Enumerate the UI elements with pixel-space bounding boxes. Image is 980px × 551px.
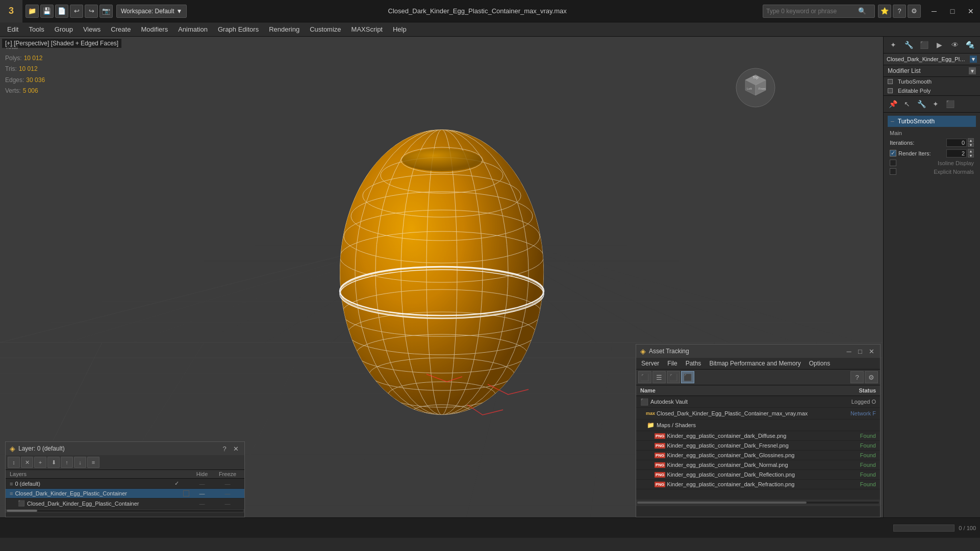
layer-subrow-container[interactable]: ⬛ Closed_Dark_Kinder_Egg_Plastic_Contain… (6, 498, 244, 509)
asset-menu-bitmap[interactable]: Bitmap Performance and Memory (706, 359, 803, 368)
glossines-name: Kinder_egg_plastic_container_Dark_Glossi… (667, 452, 835, 458)
rp-hierarchy-icon[interactable]: ⬛ (918, 39, 930, 51)
asset-btn4[interactable]: ⬛ (681, 371, 694, 383)
asset-scrollbar[interactable] (636, 500, 880, 506)
isoline-checkbox[interactable] (890, 160, 896, 166)
ts-collapse-icon[interactable]: – (891, 118, 894, 125)
asset-status-col-header: Status (835, 387, 876, 393)
layer-add-btn[interactable]: + (34, 457, 46, 468)
render-iters-input[interactable] (946, 149, 967, 158)
menu-animation[interactable]: Animation (173, 23, 213, 35)
pin-icon[interactable]: ⭐ (878, 5, 891, 18)
iterations-input[interactable] (946, 139, 967, 147)
iterations-up[interactable]: ▲ (968, 138, 974, 142)
menu-help[interactable]: Help (388, 23, 412, 35)
asset-btn1[interactable]: ⬛ (638, 371, 651, 383)
asset-maximize-btn[interactable]: □ (856, 347, 865, 356)
object-dropdown-icon[interactable]: ▼ (970, 56, 977, 63)
render-iters-down[interactable]: ▼ (968, 153, 974, 158)
asset-menu-options[interactable]: Options (806, 359, 833, 368)
asset-row-maxfile[interactable]: max Closed_Dark_Kinder_Egg_Plastic_Conta… (636, 408, 880, 419)
menu-group[interactable]: Group (49, 23, 78, 35)
rp-motion-icon[interactable]: ▶ (934, 39, 946, 51)
layer-row-default[interactable]: ≡ 0 (default) ✓ — — (6, 479, 244, 489)
layer-delete-btn[interactable]: ✕ (21, 457, 33, 468)
asset-help-btn[interactable]: ? (850, 371, 864, 383)
asset-menu-paths[interactable]: Paths (683, 359, 705, 368)
rp-move-icon[interactable]: ✦ (929, 98, 942, 110)
rp-create-icon[interactable]: ✦ (887, 39, 899, 51)
verts-value: 5 006 (23, 87, 38, 94)
viewport-cube[interactable]: Top Left Front (735, 67, 776, 108)
menu-graph-editors[interactable]: Graph Editors (213, 23, 264, 35)
asset-row-refraction[interactable]: PNG Kinder_egg_plastic_container_dark_Re… (636, 480, 880, 489)
layer-list-btn[interactable]: ≡ (87, 457, 99, 468)
layer-row-container[interactable]: ≡ Closed_Dark_Kinder_Egg_Plastic_Contain… (6, 489, 244, 498)
search-input[interactable] (766, 8, 858, 15)
asset-scrollbar-thumb[interactable] (637, 502, 807, 504)
time-slider[interactable] (893, 524, 954, 532)
search-box[interactable]: 🔍 (763, 5, 875, 18)
rp-cursor-icon[interactable]: ↖ (901, 98, 913, 110)
menu-bar: Edit Tools Group Views Create Modifiers … (0, 22, 980, 37)
iterations-down[interactable]: ▼ (968, 143, 974, 147)
file-new-btn[interactable]: 📄 (55, 5, 68, 18)
asset-row-glossines[interactable]: PNG Kinder_egg_plastic_container_Dark_Gl… (636, 451, 880, 460)
asset-menu-server[interactable]: Server (638, 359, 662, 368)
asset-row-reflection[interactable]: PNG Kinder_egg_plastic_container_Dark_Re… (636, 470, 880, 480)
asset-minimize-btn[interactable]: ─ (844, 347, 853, 356)
asset-menu-file[interactable]: File (664, 359, 680, 368)
rp-modify-icon[interactable]: 🔧 (902, 39, 915, 51)
undo-btn[interactable]: ↩ (70, 5, 83, 18)
rp-pin-icon[interactable]: 📌 (887, 98, 899, 110)
screenshot-btn[interactable]: 📷 (99, 5, 113, 18)
asset-row-normal[interactable]: PNG Kinder_egg_plastic_container_Dark_No… (636, 460, 880, 470)
asset-close-btn[interactable]: ✕ (867, 347, 876, 356)
menu-tools[interactable]: Tools (23, 23, 49, 35)
asset-row-fresnel[interactable]: PNG Kinder_egg_plastic_container_Dark_Fr… (636, 441, 880, 451)
menu-rendering[interactable]: Rendering (264, 23, 305, 35)
menu-maxscript[interactable]: MAXScript (346, 23, 388, 35)
modifier-list-dropdown[interactable]: ▼ (969, 67, 976, 74)
rp-display-icon[interactable]: 👁 (949, 39, 961, 51)
layer-scrollbar[interactable] (6, 509, 244, 513)
asset-row-maps[interactable]: 📁 Maps / Shaders (636, 419, 880, 431)
layer-help-btn[interactable]: ? (220, 444, 229, 453)
layer-move-up-btn[interactable]: ↑ (61, 457, 73, 468)
asset-toolbar-left: ⬛ ☰ ⬛ ⬛ (638, 371, 694, 383)
modifier-turbosmooth[interactable]: TurboSmooth (884, 77, 980, 86)
rp-grid-icon[interactable]: ⬛ (944, 98, 956, 110)
layer-move-down-btn[interactable]: ⬇ (47, 457, 60, 468)
minimize-button[interactable]: ─ (925, 0, 943, 22)
help-icon[interactable]: ? (893, 5, 906, 18)
settings-icon[interactable]: ⚙ (908, 5, 921, 18)
menu-modifiers[interactable]: Modifiers (136, 23, 173, 35)
menu-views[interactable]: Views (78, 23, 106, 35)
asset-btn3[interactable]: ⬛ (667, 371, 680, 383)
file-open-btn[interactable]: 📁 (26, 5, 39, 18)
menu-customize[interactable]: Customize (305, 23, 346, 35)
layer-sync-btn[interactable]: ↕ (8, 457, 20, 468)
layer-scrollbar-thumb[interactable] (7, 510, 37, 512)
modifier-editable-poly[interactable]: Editable Poly (884, 86, 980, 95)
workspace-selector[interactable]: Workspace: Default ▼ (116, 5, 187, 18)
menu-create[interactable]: Create (106, 23, 136, 35)
rp-utilities-icon[interactable]: 🔩 (964, 39, 976, 51)
explicit-normals-label: Explicit Normals (934, 169, 974, 175)
layer-expand-btn[interactable]: ↓ (74, 457, 86, 468)
close-button[interactable]: ✕ (962, 0, 980, 22)
render-iters-checkbox[interactable]: ✓ (890, 150, 896, 156)
redo-btn[interactable]: ↪ (85, 5, 98, 18)
asset-settings-btn[interactable]: ⚙ (865, 371, 878, 383)
render-iters-up[interactable]: ▲ (968, 149, 974, 153)
explicit-normals-checkbox[interactable] (890, 168, 896, 175)
rp-wrench-icon[interactable]: 🔧 (915, 98, 927, 110)
maximize-button[interactable]: □ (943, 0, 962, 22)
layer-default-hide: — (189, 481, 215, 487)
file-save-btn[interactable]: 💾 (40, 5, 54, 18)
asset-row-diffuse[interactable]: PNG Kinder_egg_plastic_container_dark_Di… (636, 431, 880, 441)
asset-row-vault[interactable]: ⬛ Autodesk Vault Logged O (636, 396, 880, 408)
menu-edit[interactable]: Edit (2, 23, 23, 35)
layer-close-btn[interactable]: ✕ (231, 444, 240, 453)
asset-btn2[interactable]: ☰ (652, 371, 666, 383)
